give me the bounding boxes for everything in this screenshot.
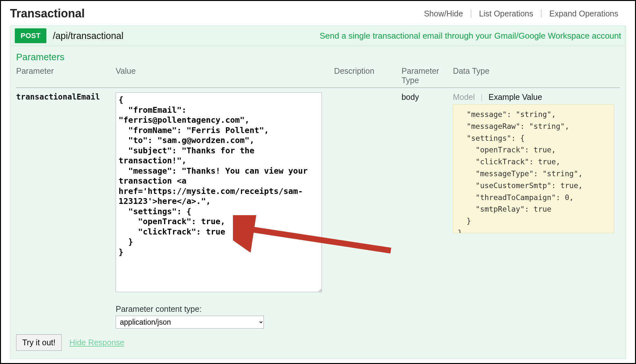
list-operations-link[interactable]: List Operations — [471, 9, 541, 18]
expand-operations-link[interactable]: Expand Operations — [542, 9, 626, 18]
tab-model[interactable]: Model — [453, 92, 475, 102]
page-header: Transactional Show/Hide List Operations … — [1, 1, 635, 23]
col-header-description: Description — [334, 66, 401, 85]
endpoint-path: /api/transactional — [53, 31, 123, 41]
panel-footer: Try it out! Hide Response — [16, 334, 620, 351]
example-value-box[interactable]: "message": "string", "messageRaw": "stri… — [453, 104, 614, 233]
col-header-parameter-type: Parameter Type — [401, 66, 453, 85]
tab-example-value[interactable]: Example Value — [488, 92, 542, 102]
content-type-label: Parameter content type: — [116, 304, 334, 314]
parameter-name: transactionalEmail — [16, 92, 100, 101]
parameters-title: Parameters — [16, 52, 620, 62]
endpoint-bar[interactable]: POST /api/transactional Send a single tr… — [10, 25, 626, 46]
col-header-data-type: Data Type — [453, 66, 620, 85]
show-hide-link[interactable]: Show/Hide — [416, 9, 471, 18]
parameters-table: Parameter Value Description Parameter Ty… — [16, 66, 620, 329]
table-header-row: Parameter Value Description Parameter Ty… — [16, 66, 620, 88]
data-type-tabs: Model | Example Value — [453, 92, 620, 102]
header-links: Show/Hide List Operations Expand Operati… — [416, 9, 626, 18]
page-title: Transactional — [10, 7, 85, 20]
col-header-value: Value — [116, 66, 334, 85]
operation-panel: Parameters Parameter Value Description P… — [10, 46, 626, 359]
table-row: transactionalEmail Parameter content typ… — [16, 88, 620, 329]
hide-response-link[interactable]: Hide Response — [69, 338, 124, 347]
tab-divider: | — [481, 92, 483, 102]
content-type-select[interactable]: application/json — [116, 316, 264, 329]
parameter-type: body — [401, 92, 419, 101]
col-header-parameter: Parameter — [16, 66, 116, 85]
parameter-value-input[interactable] — [116, 92, 322, 292]
http-method-badge: POST — [15, 28, 46, 43]
try-it-out-button[interactable]: Try it out! — [16, 334, 62, 351]
endpoint-description: Send a single transactional email throug… — [320, 31, 621, 41]
